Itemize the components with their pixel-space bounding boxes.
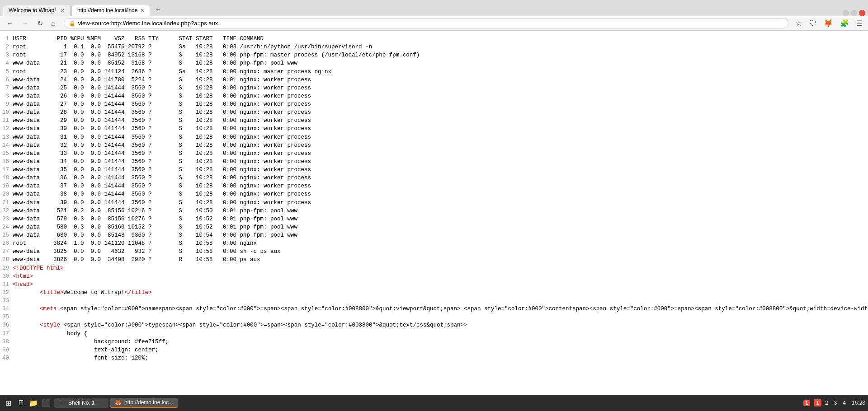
source-line-17: 17www-data 35 0.0 0.0 141444 3560 ? S 10…	[0, 166, 868, 174]
page-num-3[interactable]: 3	[832, 399, 840, 406]
source-line-37: 37 body {	[0, 330, 868, 338]
line-content: www-data 24 0.0 0.0 141780 5224 ? S 10:2…	[13, 76, 311, 84]
line-content: www-data 35 0.0 0.0 141444 3560 ? S 10:2…	[13, 166, 311, 174]
taskbar: ⊞ 🖥 📁 ⬛ ⬛ Shell No. 1 🦊 http://demo.ine.…	[0, 395, 868, 411]
taskbar-terminal-icon[interactable]: ⬛	[41, 397, 52, 408]
taskbar-folder-icon[interactable]: 📁	[28, 397, 39, 408]
line-number: 10	[0, 108, 13, 117]
shield-button[interactable]: 🛡	[807, 19, 818, 28]
line-number: 11	[0, 117, 13, 125]
source-line-12: 12www-data 30 0.0 0.0 141444 3560 ? S 10…	[0, 125, 868, 133]
line-content: www-data 33 0.0 0.0 141444 3560 ? S 10:2…	[13, 149, 311, 158]
taskbar-page-numbers: 1 2 3 4	[814, 399, 848, 406]
taskbar-app-browser-icon: 🦊	[115, 399, 122, 406]
source-line-19: 19www-data 37 0.0 0.0 141444 3560 ? S 10…	[0, 182, 868, 190]
line-content: root 23 0.0 0.0 141124 2636 ? Ss 10:28 0…	[13, 68, 331, 76]
line-number: 12	[0, 125, 13, 133]
taskbar-app-shell[interactable]: ⬛ Shell No. 1	[54, 398, 108, 408]
line-number: 21	[0, 199, 13, 207]
tab-source[interactable]: http://demo.ine.local/inde ✕	[71, 4, 150, 16]
source-line-39: 39 text-align: center;	[0, 346, 868, 354]
extensions-button[interactable]: 🧩	[838, 18, 851, 28]
taskbar-files-icon[interactable]: 🖥	[15, 397, 26, 408]
source-line-27: 27www-data 3825 0.0 0.0 4632 932 ? S 10:…	[0, 248, 868, 256]
source-line-28: 28www-data 3826 0.0 0.0 34408 2920 ? R 1…	[0, 256, 868, 264]
address-bar[interactable]	[78, 20, 783, 27]
line-content: body {	[13, 330, 87, 338]
home-button[interactable]: ⌂	[48, 19, 58, 28]
line-content: www-data 34 0.0 0.0 141444 3560 ? S 10:2…	[13, 158, 311, 166]
line-number: 5	[0, 68, 13, 76]
source-line-14: 14www-data 32 0.0 0.0 141444 3560 ? S 10…	[0, 141, 868, 149]
forward-button[interactable]: →	[19, 19, 32, 28]
line-number: 35	[0, 313, 13, 321]
page-num-1[interactable]: 1	[814, 399, 821, 406]
page-num-4[interactable]: 4	[840, 399, 848, 406]
tab-bar: Welcome to Witrap! ✕ http://demo.ine.loc…	[0, 0, 868, 16]
tab-welcome-title: Welcome to Witrap!	[9, 7, 58, 14]
new-tab-button[interactable]: +	[151, 3, 164, 16]
line-content: root 17 0.0 0.0 84952 13168 ? S 10:28 0:…	[13, 51, 420, 59]
line-number: 1	[0, 35, 13, 43]
tab-welcome-close[interactable]: ✕	[61, 8, 65, 14]
source-line-31: 31<head>	[0, 280, 868, 289]
line-content: <title>Welcome to Witrap!</title>	[13, 289, 152, 297]
taskbar-app-browser[interactable]: 🦊 http://demo.ine.loc...	[110, 398, 178, 408]
source-line-40: 40 font-size: 120%;	[0, 354, 868, 362]
source-line-15: 15www-data 33 0.0 0.0 141444 3560 ? S 10…	[0, 149, 868, 158]
line-number: 33	[0, 297, 13, 305]
line-number: 13	[0, 133, 13, 141]
line-number: 27	[0, 248, 13, 256]
source-line-21: 21www-data 39 0.0 0.0 141444 3560 ? S 10…	[0, 199, 868, 207]
source-line-3: 3root 17 0.0 0.0 84952 13168 ? S 10:28 0…	[0, 51, 868, 59]
source-line-35: 35	[0, 313, 868, 321]
line-content: www-data 3825 0.0 0.0 4632 932 ? S 10:58…	[13, 248, 281, 256]
browser-actions: ☆ 🛡 🦊 🧩 ☰	[794, 18, 864, 28]
minimize-button[interactable]	[843, 10, 849, 16]
page-num-2[interactable]: 2	[823, 399, 830, 406]
bookmark-button[interactable]: ☆	[794, 18, 804, 28]
tab-source-close[interactable]: ✕	[140, 8, 144, 14]
line-content: <meta <span style="color:#000">namespan>…	[13, 305, 868, 313]
line-content: root 1 0.1 0.0 55476 20792 ? Ss 10:28 0:…	[13, 43, 372, 51]
line-content: www-data 21 0.0 0.0 85152 9168 ? S 10:28…	[13, 59, 297, 67]
source-line-26: 26root 3824 1.0 0.0 141120 11048 ? S 10:…	[0, 239, 868, 248]
taskbar-left: ⊞ 🖥 📁 ⬛	[3, 397, 52, 408]
line-number: 26	[0, 239, 13, 248]
window-controls	[843, 10, 865, 16]
source-line-7: 7www-data 25 0.0 0.0 141444 3560 ? S 10:…	[0, 84, 868, 92]
back-button[interactable]: ←	[4, 19, 16, 28]
browser-chrome: Welcome to Witrap! ✕ http://demo.ine.loc…	[0, 0, 868, 31]
line-content: <head>	[13, 280, 33, 289]
menu-button[interactable]: ☰	[854, 18, 864, 28]
line-number: 15	[0, 149, 13, 158]
line-number: 22	[0, 207, 13, 215]
reload-button[interactable]: ↻	[34, 18, 46, 28]
line-content: www-data 579 0.3 0.0 85156 10276 ? S 10:…	[13, 215, 297, 223]
tab-source-title: http://demo.ine.local/inde	[77, 7, 137, 14]
taskbar-system-icon[interactable]: ⊞	[3, 397, 14, 408]
line-number: 14	[0, 141, 13, 149]
source-line-5: 5root 23 0.0 0.0 141124 2636 ? Ss 10:28 …	[0, 68, 868, 76]
line-number: 2	[0, 43, 13, 51]
line-number: 20	[0, 190, 13, 198]
source-line-20: 20www-data 38 0.0 0.0 141444 3560 ? S 10…	[0, 190, 868, 198]
source-line-9: 9www-data 27 0.0 0.0 141444 3560 ? S 10:…	[0, 100, 868, 108]
line-number: 9	[0, 100, 13, 108]
line-content: www-data 37 0.0 0.0 141444 3560 ? S 10:2…	[13, 182, 311, 190]
source-line-10: 10www-data 28 0.0 0.0 141444 3560 ? S 10…	[0, 108, 868, 117]
tab-welcome[interactable]: Welcome to Witrap! ✕	[3, 4, 71, 16]
source-line-13: 13www-data 31 0.0 0.0 141444 3560 ? S 10…	[0, 133, 868, 141]
source-line-34: 34 <meta <span style="color:#000">namesp…	[0, 305, 868, 313]
line-content: www-data 27 0.0 0.0 141444 3560 ? S 10:2…	[13, 100, 311, 108]
firefox-account-button[interactable]: 🦊	[822, 18, 835, 28]
close-button[interactable]	[859, 10, 865, 16]
line-number: 16	[0, 158, 13, 166]
line-content: www-data 580 0.3 0.0 85160 10152 ? S 10:…	[13, 223, 297, 231]
maximize-button[interactable]	[851, 10, 857, 16]
line-number: 30	[0, 272, 13, 280]
line-content: www-data 25 0.0 0.0 141444 3560 ? S 10:2…	[13, 84, 311, 92]
line-content: <!DOCTYPE html>	[13, 264, 64, 272]
source-line-24: 24www-data 580 0.3 0.0 85160 10152 ? S 1…	[0, 223, 868, 231]
line-content: <style <span style="color:#000">typespan…	[13, 321, 467, 329]
